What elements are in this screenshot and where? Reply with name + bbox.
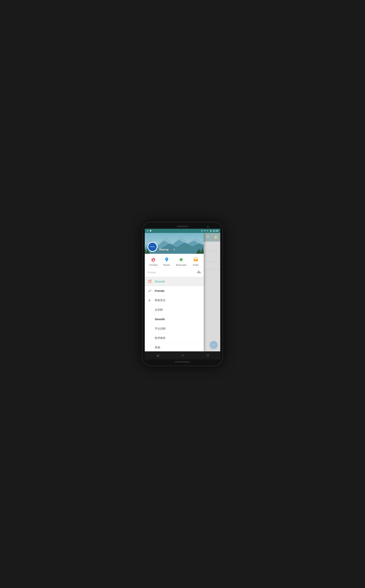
bookmarks-button[interactable]: Bookmarks xyxy=(176,256,187,266)
svg-point-11 xyxy=(149,280,151,282)
quick-actions-row: Trending Nearby Bo xyxy=(145,254,204,268)
no-icon-3 xyxy=(147,326,152,331)
other-label: 其他 xyxy=(155,346,160,349)
screen-content: 🔍 🔔 ⋮ ...tok 😊 ⋮ xyxy=(145,233,220,351)
profile-username[interactable]: 06peng xyxy=(159,248,168,251)
nearby-label: Nearby xyxy=(163,264,170,266)
menu-item-friends[interactable]: Friends xyxy=(145,286,204,296)
navigation-drawer: 06peng 06peng ▼ Trending xyxy=(145,233,204,351)
acquaintances-label: 认识的 xyxy=(155,308,163,312)
home-bar xyxy=(175,361,190,362)
phone-top-bar xyxy=(145,224,220,229)
bottom-navigation: ◁ ○ □ xyxy=(145,351,220,359)
groups-row: Groups xyxy=(145,268,204,277)
menu-item-strangers[interactable]: 不认识的 xyxy=(145,324,204,334)
special-icon xyxy=(147,298,152,303)
manage-groups-icon[interactable] xyxy=(197,270,201,275)
no-icon-1 xyxy=(147,308,152,312)
drawer-dim-overlay[interactable] xyxy=(204,233,220,351)
menu-item-all-posts[interactable]: All posts xyxy=(145,277,204,286)
strangers-label: 不认识的 xyxy=(155,327,166,330)
no-icon-5 xyxy=(147,345,152,350)
at-icon: @ xyxy=(147,230,148,232)
bookmarks-icon xyxy=(178,256,185,263)
status-right: 21:49 xyxy=(201,230,218,232)
android-icon xyxy=(150,230,152,232)
trending-icon xyxy=(150,256,157,263)
avatar-inner: 06peng xyxy=(148,243,157,251)
recent-apps-button[interactable]: □ xyxy=(203,352,212,359)
speaker-grill xyxy=(177,226,188,227)
profile-header: 06peng 06peng ▼ xyxy=(145,233,204,254)
weibo-icon xyxy=(147,279,152,284)
nearby-icon xyxy=(163,256,170,263)
smooth-label: Smooth xyxy=(155,318,165,321)
menu-item-smooth[interactable]: Smooth xyxy=(145,315,204,324)
profile-avatar[interactable]: 06peng xyxy=(147,242,157,252)
front-camera xyxy=(207,226,209,227)
friends-icon xyxy=(147,289,152,293)
nearby-button[interactable]: Nearby xyxy=(163,256,170,266)
profile-dropdown-icon[interactable]: ▼ xyxy=(173,249,175,251)
phone-bottom xyxy=(145,359,220,364)
status-bar: @ 21:49 xyxy=(145,229,220,233)
menu-item-tech[interactable]: 技术相关 xyxy=(145,334,204,343)
menu-item-special[interactable]: 特别关注 xyxy=(145,296,204,305)
drafts-label: Drafts xyxy=(193,264,198,266)
no-icon-2 xyxy=(147,317,152,322)
status-left: @ xyxy=(147,230,152,232)
trending-label: Trending xyxy=(149,264,157,266)
bookmarks-label: Bookmarks xyxy=(176,264,187,266)
tech-label: 技术相关 xyxy=(155,336,166,340)
drafts-button[interactable]: Drafts xyxy=(192,256,199,266)
menu-item-other[interactable]: 其他 xyxy=(145,343,204,351)
menu-item-acquaintances[interactable]: 认识的 xyxy=(145,305,204,315)
back-button[interactable]: ◁ xyxy=(153,352,162,359)
friends-label: Friends xyxy=(155,289,165,293)
menu-list: All posts Friends 特别关注 xyxy=(145,277,204,351)
phone-shell: @ 21:49 🔍 xyxy=(142,222,223,366)
groups-placeholder: Groups xyxy=(147,271,156,274)
special-label: 特别关注 xyxy=(155,299,166,302)
trending-button[interactable]: Trending xyxy=(149,256,157,266)
no-icon-4 xyxy=(147,336,152,340)
all-posts-label: All posts xyxy=(155,280,165,283)
drafts-icon xyxy=(192,256,199,263)
phone-screen: @ 21:49 🔍 xyxy=(145,229,220,359)
svg-point-10 xyxy=(148,280,152,283)
time-display: 21:49 xyxy=(213,230,218,232)
home-button[interactable]: ○ xyxy=(178,352,188,359)
